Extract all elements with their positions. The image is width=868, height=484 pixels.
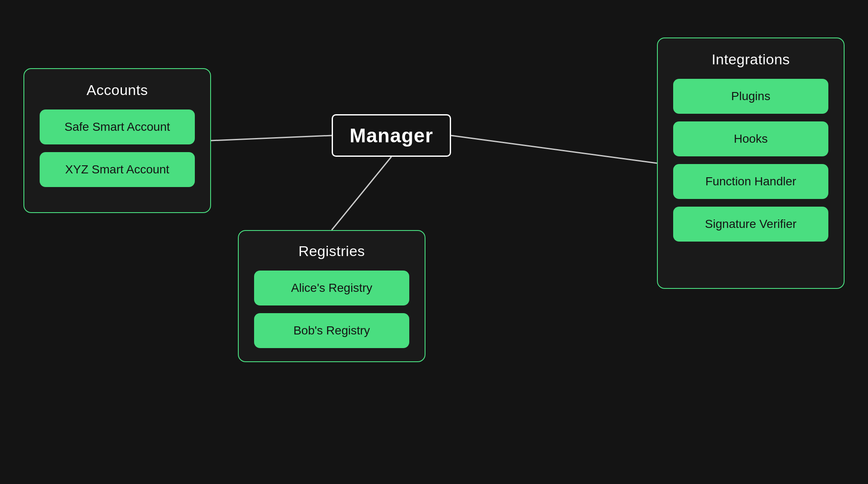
integrations-item-1-label: Hooks bbox=[734, 132, 767, 146]
integrations-item-0[interactable]: Plugins bbox=[673, 79, 828, 114]
accounts-item-1[interactable]: XYZ Smart Account bbox=[40, 152, 195, 187]
integrations-box: Integrations Plugins Hooks Function Hand… bbox=[657, 37, 845, 289]
registries-item-1-label: Bob's Registry bbox=[293, 324, 370, 337]
registries-box: Registries Alice's Registry Bob's Regist… bbox=[238, 230, 425, 362]
integrations-item-1[interactable]: Hooks bbox=[673, 121, 828, 156]
integrations-item-0-label: Plugins bbox=[731, 89, 770, 103]
diagram-container: Accounts Safe Smart Account XYZ Smart Ac… bbox=[0, 0, 868, 484]
svg-line-1 bbox=[451, 135, 657, 163]
integrations-title: Integrations bbox=[712, 51, 790, 68]
accounts-item-1-label: XYZ Smart Account bbox=[65, 163, 169, 176]
registries-item-1[interactable]: Bob's Registry bbox=[254, 313, 409, 348]
accounts-item-0-label: Safe Smart Account bbox=[64, 120, 170, 134]
integrations-item-2-label: Function Handler bbox=[705, 175, 796, 188]
manager-box[interactable]: Manager bbox=[332, 114, 451, 157]
registries-item-0[interactable]: Alice's Registry bbox=[254, 271, 409, 305]
registries-item-0-label: Alice's Registry bbox=[291, 281, 373, 295]
manager-title: Manager bbox=[350, 124, 433, 147]
integrations-item-3[interactable]: Signature Verifier bbox=[673, 207, 828, 242]
accounts-box: Accounts Safe Smart Account XYZ Smart Ac… bbox=[23, 68, 211, 213]
integrations-item-2[interactable]: Function Handler bbox=[673, 164, 828, 199]
svg-line-0 bbox=[211, 135, 332, 141]
integrations-item-3-label: Signature Verifier bbox=[705, 217, 797, 231]
accounts-title: Accounts bbox=[87, 82, 148, 98]
registries-title: Registries bbox=[298, 243, 365, 259]
svg-line-2 bbox=[332, 157, 391, 230]
accounts-item-0[interactable]: Safe Smart Account bbox=[40, 109, 195, 144]
